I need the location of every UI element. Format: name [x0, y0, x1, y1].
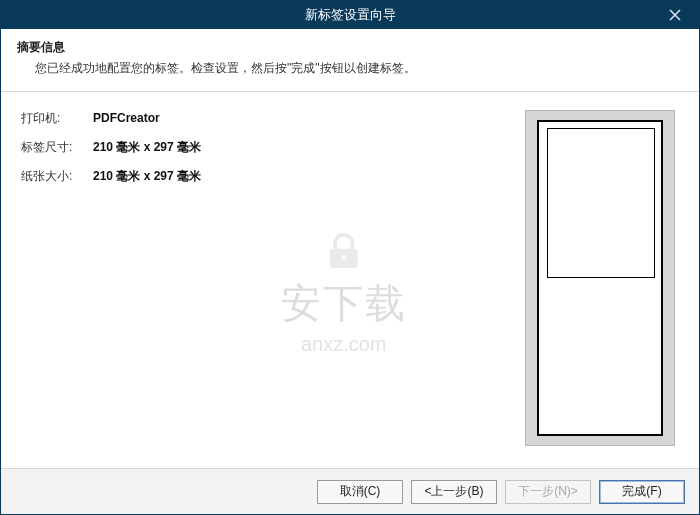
header-title: 摘要信息 — [17, 39, 683, 56]
header-subtitle: 您已经成功地配置您的标签。检查设置，然后按"完成"按钮以创建标签。 — [17, 60, 683, 77]
preview-frame — [525, 110, 675, 446]
summary-pane: 打印机: PDFCreator 标签尺寸: 210 毫米 x 297 毫米 纸张… — [21, 110, 521, 458]
preview-pane — [521, 110, 679, 458]
close-icon[interactable] — [657, 1, 693, 29]
titlebar: 新标签设置向导 — [1, 1, 699, 29]
paper-size-value: 210 毫米 x 297 毫米 — [93, 168, 201, 185]
cancel-button[interactable]: 取消(C) — [317, 480, 403, 504]
finish-button[interactable]: 完成(F) — [599, 480, 685, 504]
summary-row-label-size: 标签尺寸: 210 毫米 x 297 毫米 — [21, 139, 521, 156]
label-size-label: 标签尺寸: — [21, 139, 93, 156]
next-button: 下一步(N)> — [505, 480, 591, 504]
preview-page — [537, 120, 663, 436]
wizard-content: 打印机: PDFCreator 标签尺寸: 210 毫米 x 297 毫米 纸张… — [1, 92, 699, 468]
window-title: 新标签设置向导 — [305, 6, 396, 24]
wizard-header: 摘要信息 您已经成功地配置您的标签。检查设置，然后按"完成"按钮以创建标签。 — [1, 29, 699, 92]
printer-value: PDFCreator — [93, 111, 160, 125]
preview-label-area — [547, 128, 655, 278]
back-button[interactable]: <上一步(B) — [411, 480, 497, 504]
wizard-window: 新标签设置向导 摘要信息 您已经成功地配置您的标签。检查设置，然后按"完成"按钮… — [0, 0, 700, 515]
summary-row-paper-size: 纸张大小: 210 毫米 x 297 毫米 — [21, 168, 521, 185]
summary-row-printer: 打印机: PDFCreator — [21, 110, 521, 127]
wizard-footer: 取消(C) <上一步(B) 下一步(N)> 完成(F) — [1, 468, 699, 514]
paper-size-label: 纸张大小: — [21, 168, 93, 185]
label-size-value: 210 毫米 x 297 毫米 — [93, 139, 201, 156]
printer-label: 打印机: — [21, 110, 93, 127]
